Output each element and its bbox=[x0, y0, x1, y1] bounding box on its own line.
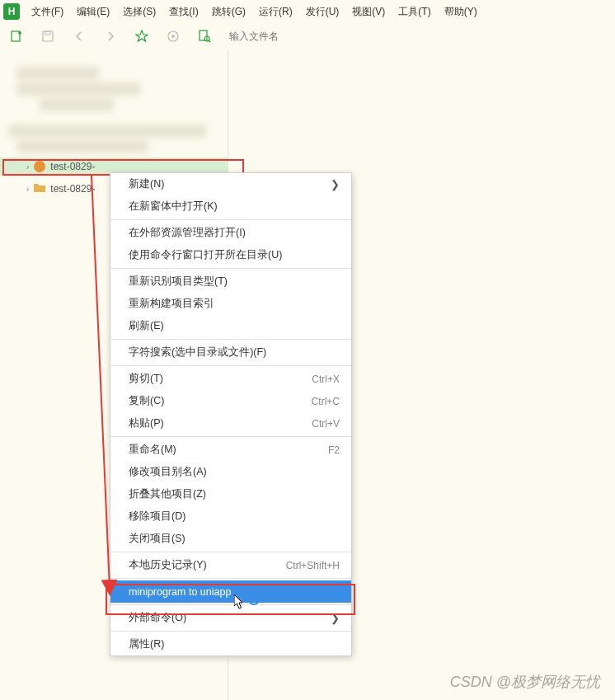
context-menu-item[interactable]: 移除项目(D) bbox=[110, 505, 351, 528]
toolbar bbox=[0, 23, 615, 49]
preview-icon[interactable] bbox=[198, 30, 211, 43]
folder-icon bbox=[34, 183, 45, 195]
menu-goto[interactable]: 跳转(G) bbox=[205, 2, 252, 22]
context-menu-item[interactable]: 字符搜索(选中目录或文件)(F) bbox=[110, 341, 351, 364]
menu-separator bbox=[110, 365, 351, 366]
menubar: H 文件(F) 编辑(E) 选择(S) 查找(I) 跳转(G) 运行(R) 发行… bbox=[0, 0, 615, 23]
back-icon[interactable] bbox=[73, 30, 86, 43]
play-icon[interactable] bbox=[167, 30, 180, 43]
menu-item-label: 关闭项目(S) bbox=[129, 532, 185, 546]
context-menu: 新建(N)❯在新窗体中打开(K)在外部资源管理器打开(I)使用命令行窗口打开所在… bbox=[110, 172, 352, 656]
menu-publish[interactable]: 发行(U) bbox=[299, 2, 346, 22]
menu-view[interactable]: 视图(V) bbox=[345, 2, 392, 22]
context-menu-item[interactable]: 复制(C)Ctrl+C bbox=[110, 390, 351, 412]
project-icon bbox=[34, 161, 45, 172]
context-menu-item[interactable]: 刷新(E) bbox=[110, 315, 351, 337]
menu-item-label: 字符搜索(选中目录或文件)(F) bbox=[129, 345, 266, 359]
menu-separator bbox=[110, 268, 351, 269]
context-menu-item[interactable]: 新建(N)❯ bbox=[110, 173, 351, 195]
menu-item-label: 复制(C) bbox=[129, 394, 164, 408]
context-menu-item[interactable]: 折叠其他项目(Z) bbox=[110, 483, 351, 505]
menu-tools[interactable]: 工具(T) bbox=[392, 2, 437, 22]
menu-item-label: 剪切(T) bbox=[129, 372, 163, 386]
blurred-item bbox=[8, 124, 206, 138]
context-menu-item[interactable]: miniprogram to uniapp bbox=[110, 580, 351, 603]
svg-rect-6 bbox=[200, 31, 207, 40]
menu-item-label: 折叠其他项目(Z) bbox=[129, 487, 206, 501]
menu-shortcut: Ctrl+Shift+H bbox=[286, 560, 340, 571]
submenu-arrow-icon: ❯ bbox=[331, 178, 340, 190]
menu-separator bbox=[110, 578, 351, 579]
menu-separator bbox=[110, 631, 351, 632]
context-menu-item[interactable]: 粘贴(P)Ctrl+V bbox=[110, 412, 351, 435]
menu-item-label: 新建(N) bbox=[129, 177, 164, 191]
menu-file[interactable]: 文件(F) bbox=[25, 2, 70, 22]
menu-shortcut: Ctrl+V bbox=[312, 418, 340, 430]
menu-item-label: 使用命令行窗口打开所在目录(U) bbox=[129, 248, 282, 262]
context-menu-item[interactable]: 使用命令行窗口打开所在目录(U) bbox=[110, 244, 351, 266]
svg-rect-3 bbox=[43, 31, 53, 41]
blurred-item bbox=[40, 98, 114, 111]
menu-help[interactable]: 帮助(Y) bbox=[438, 2, 484, 22]
project-label: test-0829- bbox=[50, 183, 95, 195]
blurred-item bbox=[16, 82, 140, 96]
menu-shortcut: F2 bbox=[328, 444, 340, 456]
menu-separator bbox=[110, 339, 351, 340]
chevron-right-icon: › bbox=[26, 185, 29, 194]
context-menu-item[interactable]: 修改项目别名(A) bbox=[110, 461, 351, 483]
menu-separator bbox=[110, 219, 351, 220]
menu-item-label: 重新识别项目类型(T) bbox=[129, 275, 228, 289]
menu-item-label: miniprogram to uniapp bbox=[129, 586, 231, 598]
menu-item-label: 刷新(E) bbox=[129, 319, 164, 333]
search-input[interactable] bbox=[229, 31, 394, 42]
context-menu-item[interactable]: 属性(R) bbox=[110, 633, 351, 655]
menu-item-label: 属性(R) bbox=[129, 637, 164, 651]
menu-item-label: 在外部资源管理器打开(I) bbox=[129, 226, 246, 240]
menu-shortcut: Ctrl+X bbox=[312, 373, 340, 385]
forward-icon[interactable] bbox=[104, 30, 117, 43]
menu-item-label: 修改项目别名(A) bbox=[129, 465, 207, 479]
save-icon[interactable] bbox=[41, 30, 54, 43]
blurred-item bbox=[16, 140, 148, 153]
menu-item-label: 外部命令(O) bbox=[129, 611, 186, 625]
context-menu-item[interactable]: 本地历史记录(Y)Ctrl+Shift+H bbox=[110, 554, 351, 576]
menu-item-label: 粘贴(P) bbox=[129, 416, 164, 430]
menu-separator bbox=[110, 552, 351, 552]
menu-run[interactable]: 运行(R) bbox=[252, 2, 299, 22]
menu-item-label: 重命名(M) bbox=[129, 443, 176, 457]
svg-line-8 bbox=[209, 40, 210, 42]
app-icon: H bbox=[3, 3, 20, 20]
menu-select[interactable]: 选择(S) bbox=[116, 2, 162, 22]
menu-separator bbox=[110, 436, 351, 437]
context-menu-item[interactable]: 在新窗体中打开(K) bbox=[110, 195, 351, 218]
context-menu-item[interactable]: 重命名(M)F2 bbox=[110, 439, 351, 461]
new-file-icon[interactable] bbox=[10, 30, 23, 43]
menu-separator bbox=[110, 604, 351, 605]
context-menu-item[interactable]: 关闭项目(S) bbox=[110, 528, 351, 550]
submenu-arrow-icon: ❯ bbox=[331, 612, 340, 624]
project-label: test-0829- bbox=[50, 161, 95, 172]
menu-find[interactable]: 查找(I) bbox=[162, 2, 204, 22]
menu-item-label: 移除项目(D) bbox=[129, 510, 185, 524]
context-menu-item[interactable]: 在外部资源管理器打开(I) bbox=[110, 222, 351, 244]
menu-item-label: 在新窗体中打开(K) bbox=[129, 200, 218, 214]
chevron-right-icon: › bbox=[26, 162, 29, 171]
menu-edit[interactable]: 编辑(E) bbox=[70, 2, 116, 22]
blurred-item bbox=[16, 67, 99, 80]
context-menu-item[interactable]: 重新识别项目类型(T) bbox=[110, 270, 351, 293]
menu-shortcut: Ctrl+C bbox=[312, 396, 340, 407]
menu-item-label: 本地历史记录(Y) bbox=[129, 558, 207, 572]
star-icon[interactable] bbox=[135, 30, 148, 43]
context-menu-item[interactable]: 重新构建项目索引 bbox=[110, 293, 351, 315]
context-menu-item[interactable]: 剪切(T)Ctrl+X bbox=[110, 368, 351, 390]
menu-item-label: 重新构建项目索引 bbox=[129, 297, 214, 311]
watermark: CSDN @极梦网络无忧 bbox=[450, 672, 600, 692]
context-menu-item[interactable]: 外部命令(O)❯ bbox=[110, 607, 351, 629]
